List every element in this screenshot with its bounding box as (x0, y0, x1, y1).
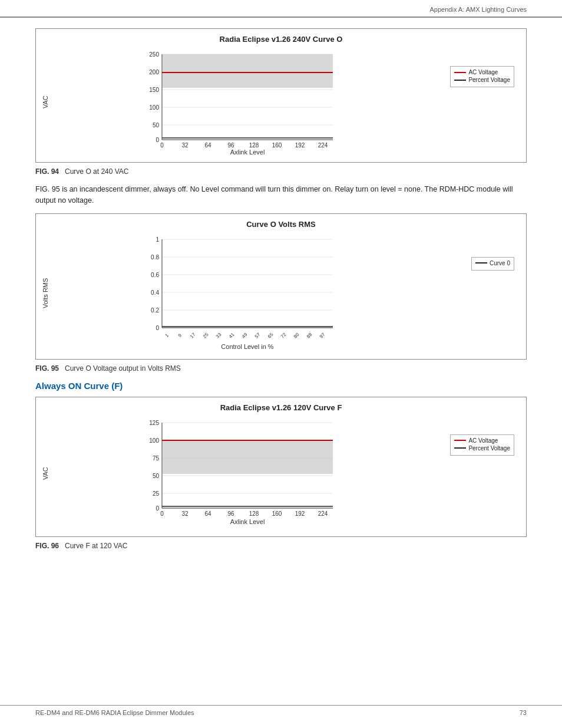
svg-text:200: 200 (149, 69, 159, 75)
svg-text:100: 100 (149, 437, 159, 444)
svg-text:75: 75 (153, 455, 160, 462)
legend-line-ac (454, 72, 466, 73)
svg-text:96: 96 (227, 142, 234, 149)
fig94-caption-text: Curve O at 240 VAC (65, 167, 129, 176)
svg-text:25: 25 (153, 490, 160, 497)
svg-text:9: 9 (177, 332, 183, 338)
page-header: Appendix A: AMX Lighting Curves (430, 6, 527, 13)
fig95-chart-area: Volts RMS 1 0.8 0.6 0.4 (42, 233, 520, 353)
svg-text:100: 100 (149, 104, 159, 111)
svg-text:50: 50 (153, 473, 160, 479)
legend-line-curve0 (475, 262, 487, 263)
legend-line-percent-96 (454, 447, 466, 449)
page-container: Appendix A: AMX Lighting Curves Radia Ec… (0, 0, 562, 728)
legend-item-percent-voltage: Percent Voltage (454, 77, 510, 83)
fig94-caption: FIG. 94 Curve O at 240 VAC (35, 167, 527, 176)
legend-item-ac-voltage-96: AC Voltage (454, 437, 510, 444)
legend-label-percent-96: Percent Voltage (468, 445, 510, 452)
svg-text:80: 80 (293, 331, 300, 339)
svg-text:57: 57 (254, 331, 262, 339)
svg-rect-77 (163, 440, 333, 474)
svg-text:49: 49 (241, 331, 249, 339)
header-title: Appendix A: AMX Lighting Curves (430, 6, 527, 13)
svg-text:192: 192 (295, 510, 305, 517)
svg-text:1: 1 (164, 332, 170, 338)
fig96-chart-wrapper: Radia Eclipse v1.26 120V Curve F VAC 125 (35, 397, 527, 537)
legend-item-percent-96: Percent Voltage (454, 445, 510, 452)
fig95-caption-label: FIG. 95 (35, 364, 59, 373)
svg-text:41: 41 (228, 331, 236, 339)
svg-text:65: 65 (267, 331, 275, 339)
fig94-y-axis: VAC (42, 48, 49, 156)
svg-text:160: 160 (272, 510, 282, 517)
svg-text:150: 150 (149, 87, 159, 93)
legend-label-percent: Percent Voltage (468, 77, 510, 83)
fig94-inner: 250 200 150 100 50 0 0 32 64 96 (51, 48, 520, 156)
legend-line-percent (454, 80, 466, 81)
fig95-caption-text: Curve O Voltage output in Volts RMS (65, 364, 181, 373)
footer-right: 73 (520, 709, 527, 716)
fig96-caption: FIG. 96 Curve F at 120 VAC (35, 542, 527, 550)
footer-left: RE-DM4 and RE-DM6 RADIA Eclipse Dimmer M… (35, 709, 194, 716)
svg-text:Axlink Level: Axlink Level (230, 149, 265, 154)
svg-text:125: 125 (149, 420, 159, 426)
svg-text:224: 224 (318, 142, 328, 149)
svg-text:128: 128 (249, 510, 259, 517)
fig94-title: Radia Eclipse v1.26 240V Curve O (42, 35, 520, 44)
fig96-y-axis: VAC (42, 417, 49, 531)
svg-text:192: 192 (295, 142, 305, 149)
svg-text:250: 250 (149, 51, 159, 58)
svg-text:96: 96 (227, 510, 234, 517)
fig96-caption-text: Curve F at 120 VAC (65, 542, 128, 550)
fig96-inner: 125 100 75 50 25 0 0 32 64 96 (51, 417, 520, 531)
svg-text:17: 17 (189, 331, 197, 339)
svg-rect-22 (163, 54, 333, 88)
svg-text:0.6: 0.6 (151, 272, 159, 278)
svg-text:Control Level in %: Control Level in % (221, 343, 273, 350)
top-rule (0, 17, 562, 18)
svg-text:0: 0 (160, 142, 164, 149)
svg-text:160: 160 (272, 142, 282, 149)
section-heading-always-on: Always ON Curve (F) (35, 381, 527, 391)
fig96-legend: AC Voltage Percent Voltage (450, 434, 514, 456)
fig95-caption: FIG. 95 Curve O Voltage output in Volts … (35, 364, 527, 373)
fig94-chart-area: VAC 250 200 150 100 (42, 48, 520, 156)
fig95-inner: 1 0.8 0.6 0.4 0.2 0 1 9 17 25 (51, 233, 520, 353)
fig95-title: Curve O Volts RMS (42, 220, 520, 229)
svg-text:0: 0 (156, 137, 159, 143)
svg-text:50: 50 (153, 122, 160, 129)
svg-text:0: 0 (156, 505, 159, 512)
svg-text:64: 64 (204, 142, 211, 149)
svg-text:88: 88 (306, 331, 313, 339)
svg-text:32: 32 (181, 510, 189, 517)
svg-text:97: 97 (319, 331, 326, 339)
fig95-legend: Curve 0 (471, 257, 514, 271)
main-content: Radia Eclipse v1.26 240V Curve O VAC 250 (35, 0, 527, 550)
svg-text:0.2: 0.2 (151, 307, 159, 314)
legend-item-curve0: Curve 0 (475, 260, 510, 266)
svg-text:0: 0 (160, 510, 164, 517)
svg-text:0.4: 0.4 (151, 289, 159, 296)
fig96-title: Radia Eclipse v1.26 120V Curve F (42, 403, 520, 412)
fig96-caption-label: FIG. 96 (35, 542, 59, 550)
body-text-fig95: FIG. 95 is an incandescent dimmer, alway… (35, 184, 527, 206)
fig94-svg: 250 200 150 100 50 0 0 32 64 96 (51, 48, 520, 154)
fig94-caption-label: FIG. 94 (35, 167, 59, 176)
legend-label-ac: AC Voltage (468, 69, 498, 75)
svg-text:128: 128 (249, 142, 259, 149)
legend-label-curve0: Curve 0 (490, 260, 510, 266)
fig96-svg: 125 100 75 50 25 0 0 32 64 96 (51, 417, 520, 529)
fig95-chart-wrapper: Curve O Volts RMS Volts RMS 1 0.8 (35, 213, 527, 360)
svg-text:32: 32 (181, 142, 189, 149)
fig94-chart-wrapper: Radia Eclipse v1.26 240V Curve O VAC 250 (35, 28, 527, 163)
legend-line-ac-96 (454, 440, 466, 441)
svg-text:0.8: 0.8 (151, 254, 159, 261)
legend-label-ac-96: AC Voltage (468, 437, 498, 444)
fig95-svg: 1 0.8 0.6 0.4 0.2 0 1 9 17 25 (51, 233, 520, 351)
legend-item-ac-voltage: AC Voltage (454, 69, 510, 75)
svg-text:33: 33 (215, 331, 223, 339)
svg-text:1: 1 (156, 236, 159, 243)
fig95-y-axis: Volts RMS (42, 233, 49, 353)
svg-text:72: 72 (280, 331, 287, 339)
page-footer: RE-DM4 and RE-DM6 RADIA Eclipse Dimmer M… (0, 705, 562, 716)
